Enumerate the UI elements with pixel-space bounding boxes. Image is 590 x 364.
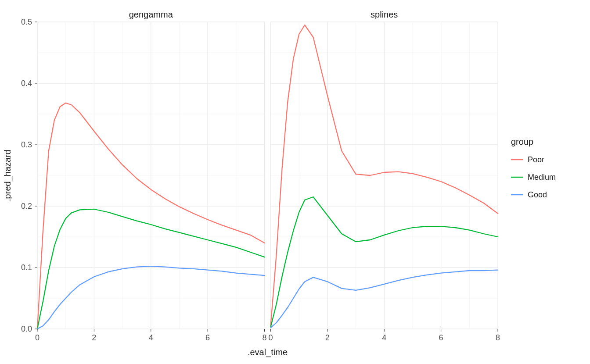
y-tick-label: 0.2	[21, 202, 32, 211]
y-tick-label: 0.1	[21, 263, 32, 272]
y-axis-title: .pred_hazard	[3, 150, 13, 201]
x-axis-title: .eval_time	[248, 347, 288, 357]
y-tick-label: 0.4	[21, 79, 32, 88]
x-tick-label: 2	[92, 333, 96, 342]
x-tick-label: 6	[205, 333, 210, 342]
legend-label-medium: Medium	[528, 173, 556, 182]
x-tick-label: 0	[35, 333, 40, 342]
legend-label-good: Good	[528, 190, 547, 199]
hazard-facet-figure: gengamma02468splines024680.00.10.20.30.4…	[0, 0, 590, 364]
legend-label-poor: Poor	[528, 155, 544, 164]
facet-title-splines: splines	[371, 10, 398, 19]
y-tick-label: 0.5	[21, 18, 32, 26]
facet-title-gengamma: gengamma	[129, 10, 173, 19]
y-tick-label: 0.0	[21, 325, 32, 333]
y-tick-label: 0.3	[21, 140, 32, 149]
x-tick-label: 4	[382, 333, 386, 342]
x-tick-label: 4	[149, 333, 153, 342]
x-tick-label: 0	[268, 333, 273, 342]
x-tick-label: 6	[439, 333, 443, 342]
x-tick-label: 8	[496, 333, 500, 342]
x-tick-label: 2	[325, 333, 330, 342]
legend-title: group	[511, 137, 533, 146]
x-tick-label: 8	[262, 333, 266, 342]
chart-svg: gengamma02468splines024680.00.10.20.30.4…	[0, 0, 590, 364]
